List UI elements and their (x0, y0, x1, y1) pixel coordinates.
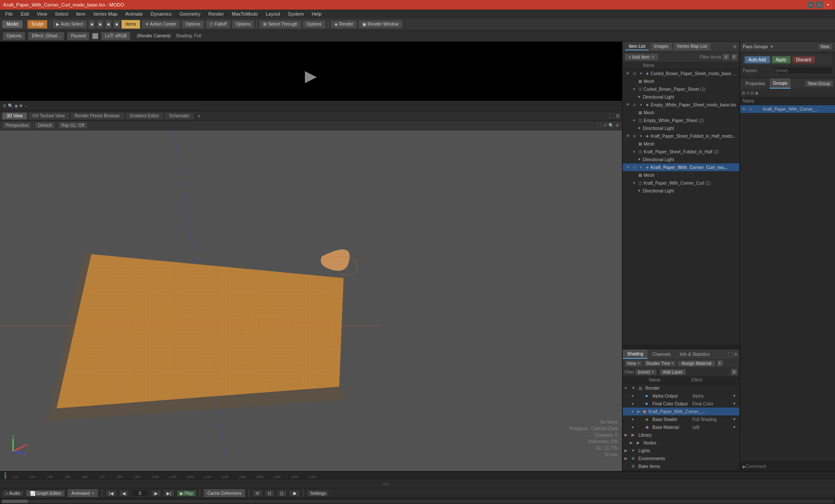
model-mode-tab[interactable]: Model (2, 20, 23, 29)
vis-icon[interactable]: ● (631, 425, 638, 429)
item-list-content[interactable]: 👁 ◎ ▼ ◈ Curled_Brown_Paper_Sheet_modo_ba… (623, 70, 739, 345)
shader-row[interactable]: ● ◈ Base Shader Full Shading ▼ (623, 415, 739, 423)
vis-icon[interactable]: 👁 (625, 133, 631, 139)
options-button-1[interactable]: Options (181, 20, 204, 29)
shader-tree-select[interactable]: Shader Tree ▼ (644, 360, 676, 367)
next-key-button[interactable]: ⟩⟩ (277, 490, 287, 497)
record-button[interactable]: ⏺ (289, 490, 300, 497)
list-item[interactable]: ▼ ◫ Curled_Brown_Paper_Sheet (2) (623, 85, 739, 93)
tab-gradient-editor[interactable]: Gradient Editor (125, 112, 164, 120)
expand-icon[interactable]: ▼ (631, 149, 637, 154)
tab-uv-texture[interactable]: UV Texture View (28, 112, 70, 120)
perspective-button[interactable]: Perspective (3, 122, 31, 129)
expand-icon[interactable]: ▼ (631, 118, 637, 123)
discard-button[interactable]: Discard (792, 56, 815, 63)
menu-vertex-map[interactable]: Vertex Map (90, 10, 121, 17)
audio-button[interactable]: ♪ Audio (3, 490, 23, 497)
ray-gl-button[interactable]: Ray GL: Off (58, 122, 87, 129)
list-item[interactable]: ✦ Directional Light (623, 187, 739, 195)
expand-icon[interactable]: ⛶ (609, 113, 614, 119)
expand-icon[interactable]: ▶ (625, 433, 631, 437)
list-item[interactable]: 👁 ◎ ▼ ◈ Curled_Brown_Paper_Sheet_modo_ba… (623, 70, 739, 77)
viewport-canvas[interactable]: No Items Polygons : Catmull-Clark Channe… (0, 130, 622, 471)
list-item[interactable]: ▷ ▦ Mesh (623, 109, 739, 116)
pass-groups-dropdown[interactable]: ▼ (770, 44, 774, 49)
groups-icon-2[interactable]: ↺ (746, 91, 750, 95)
tab-3d-view[interactable]: 3D View (2, 112, 27, 120)
play-button[interactable]: ▶ Play (177, 490, 196, 497)
render-vis-icon[interactable]: ◎ (631, 133, 638, 139)
groups-icon-1[interactable]: ⊞ (742, 91, 745, 95)
options-button-2[interactable]: Options (232, 20, 254, 29)
menu-select[interactable]: Select (51, 10, 72, 17)
menu-view[interactable]: View (33, 10, 51, 17)
options-tab[interactable]: Options (3, 32, 25, 40)
effect-dropdown[interactable]: ▼ (732, 401, 738, 406)
add-layer-button[interactable]: Add Layer (660, 369, 686, 375)
settings-button[interactable]: Settings (307, 490, 329, 497)
expand-icon[interactable]: ▼ (638, 165, 644, 170)
expand-icon[interactable]: ▶ (630, 441, 636, 445)
menu-file[interactable]: File (2, 10, 17, 17)
assign-material-button[interactable]: Assign Material (678, 360, 715, 367)
shader-row[interactable]: ● ▼ ◎ Render (623, 384, 739, 392)
list-item[interactable]: ▷ ▦ Mesh (623, 171, 739, 179)
render-vis-icon[interactable]: ◎ (631, 164, 638, 170)
shader-row[interactable]: ● ▶ ◉ Kraft_Paper_With_Corner_.... (623, 408, 739, 415)
shader-row[interactable]: ▶ ⊕ Environments (623, 454, 739, 462)
groups-content[interactable]: 👁 ◎ Kraft_Paper_With_Corner_... (740, 105, 835, 461)
vis-icon[interactable]: 👁 (625, 164, 631, 170)
passes-input[interactable] (774, 67, 832, 74)
viewport-3d[interactable]: Perspective Default Ray GL: Off ⛶ ↺ 🔍 ⚙ (0, 121, 622, 471)
shader-row[interactable]: ▶ ✦ Lights (623, 447, 739, 454)
groups-row[interactable]: 👁 ◎ Kraft_Paper_With_Corner_... (740, 105, 835, 113)
add-tab-button[interactable]: + (195, 113, 204, 119)
menu-help[interactable]: Help (308, 10, 325, 17)
menu-animate[interactable]: Animate (122, 10, 146, 17)
channels-tab[interactable]: Channels (648, 349, 675, 359)
vis-icon[interactable]: 👁 (625, 70, 631, 76)
shader-row[interactable]: ● ■ Final Color Output Final Color ▼ (623, 400, 739, 408)
vis-icon[interactable]: 👁 (625, 102, 631, 108)
paused-button[interactable]: Paused (67, 32, 90, 40)
maximize-button[interactable]: □ (816, 1, 823, 8)
toolbar-icon-4[interactable]: ■ (113, 20, 120, 29)
shading-tab[interactable]: Shading (623, 349, 648, 359)
menu-dynamics[interactable]: Dynamics (147, 10, 175, 17)
groups-tab[interactable]: Groups (770, 78, 791, 89)
vis-icon[interactable]: ● (631, 409, 636, 414)
effect-dropdown[interactable]: ▼ (732, 417, 738, 421)
new-button[interactable]: New (818, 43, 832, 50)
shader-row[interactable]: ▶ ▶ Nodes (623, 439, 739, 447)
tab-schematic[interactable]: Schematic (164, 112, 194, 120)
shader-row[interactable]: ▶ ▶ Library (623, 431, 739, 439)
sculpt-button[interactable]: Sculpt (27, 20, 47, 29)
timeline-ruler[interactable]: 0 12 24 36 48 60 72 84 96 108 (0, 472, 835, 479)
filter-s-button[interactable]: S (722, 53, 729, 60)
vis-icon[interactable]: ● (631, 417, 638, 421)
toolbar-icon-2[interactable]: ■ (97, 20, 104, 29)
expand-icon[interactable]: ▼ (638, 71, 644, 76)
viewport-expand-icon[interactable]: ⛶ (597, 123, 601, 128)
cache-deformers-button[interactable]: Cache Deformers (204, 489, 245, 497)
expand-icon[interactable]: ▼ (638, 102, 644, 107)
menu-render[interactable]: Render (205, 10, 227, 17)
timeline-keyframe-area[interactable]: 225 (0, 479, 835, 488)
filter-select[interactable]: (none) ▼ (635, 369, 657, 375)
list-item[interactable]: ▷ ▦ Mesh (623, 77, 739, 85)
effect-dropdown[interactable]: ▼ (732, 394, 738, 398)
frame-input[interactable] (131, 490, 149, 497)
select-through-button[interactable]: ⊞ Select Through (259, 20, 301, 29)
shader-row[interactable]: ● ◉ Base Material (all) ▼ (623, 423, 739, 431)
lut-display[interactable]: LUT: sRGB (101, 32, 130, 40)
effect-display[interactable]: Effect: (Shad... (28, 32, 64, 40)
timeline-scrollbar[interactable] (2, 500, 833, 503)
viewport-search-icon[interactable]: 🔍 (608, 123, 614, 128)
prev-key-button[interactable]: ⟨⟨ (265, 490, 274, 497)
list-item[interactable]: ▷ ▦ Mesh (623, 140, 739, 148)
menu-maxtomodo[interactable]: MaxToModo (228, 10, 261, 17)
default-button[interactable]: Default (35, 122, 55, 129)
groups-render-icon[interactable]: ◎ (749, 107, 755, 111)
toolbar-icon-1[interactable]: ■ (88, 20, 95, 29)
vis-icon[interactable]: ● (625, 386, 631, 390)
